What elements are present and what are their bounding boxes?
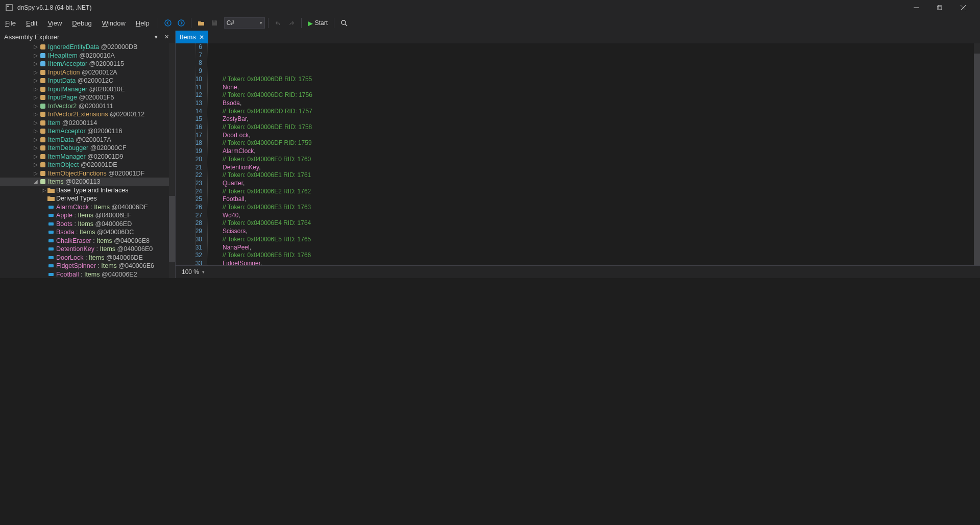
tree-item-football[interactable]: Football : Items @040006E2	[0, 270, 175, 278]
svg-rect-25	[40, 154, 45, 159]
nav-forward-button[interactable]	[175, 17, 187, 29]
tree-item-boots[interactable]: Boots : Items @040006ED	[0, 220, 175, 229]
language-dropdown[interactable]: C# ▾	[224, 17, 265, 29]
tree-item-iheapitem-t-[interactable]: ▷IHeapItem @0200010A	[0, 52, 175, 60]
nav-back-button[interactable]	[162, 17, 174, 29]
start-button[interactable]: ▶ Start	[305, 17, 331, 29]
tree-item-itemmanager[interactable]: ▷ItemManager @020001D9	[0, 153, 175, 161]
tree-expander[interactable]: ▷	[33, 60, 39, 68]
tree-expander[interactable]: ▷	[33, 161, 39, 169]
class-icon	[39, 61, 47, 67]
maximize-button[interactable]	[928, 0, 951, 15]
tree-item-label: Base Type and Interfaces	[56, 186, 129, 195]
zoom-dropdown[interactable]: 100 % ▾	[180, 266, 207, 278]
search-button[interactable]	[338, 17, 350, 29]
tree-expander[interactable]: ▷	[33, 43, 39, 52]
tree-item-inputaction[interactable]: ▷InputAction @0200012A	[0, 68, 175, 77]
tree-expander[interactable]: ▷	[33, 169, 39, 178]
tree-item-itemacceptor[interactable]: ▷ItemAcceptor @02000116	[0, 127, 175, 136]
save-button[interactable]	[208, 17, 220, 29]
tree-scrollbar[interactable]	[169, 43, 175, 278]
tab-close-icon[interactable]: ✕	[199, 34, 204, 41]
svg-rect-3	[937, 6, 941, 10]
tree-item-intvector2[interactable]: ▷IntVector2 @02000111	[0, 102, 175, 111]
tree-item-intvector2extensions[interactable]: ▷IntVector2Extensions @02000112	[0, 110, 175, 119]
gutter-line: 11	[176, 84, 202, 92]
tree-expander[interactable]: ◢	[33, 178, 39, 186]
svg-line-11	[345, 24, 347, 26]
tree-item-label: InputAction @0200012A	[48, 68, 117, 77]
tree-expander[interactable]: ▷	[33, 68, 39, 77]
tree-expander[interactable]: ▷	[41, 186, 47, 195]
menu-file[interactable]: File	[0, 16, 21, 30]
tab-items[interactable]: Items ✕	[176, 31, 208, 43]
tree-item-inputdata[interactable]: ▷InputData @0200012C	[0, 77, 175, 85]
undo-button[interactable]	[272, 17, 284, 29]
svg-rect-32	[48, 231, 54, 234]
tree-expander[interactable]: ▷	[33, 153, 39, 161]
close-button[interactable]	[951, 0, 975, 15]
menu-view[interactable]: View	[42, 16, 67, 30]
tree-item-derived-types[interactable]: Derived Types	[0, 194, 175, 203]
tree-item-iitemacceptor[interactable]: ▷IItemAcceptor @02000115	[0, 60, 175, 68]
gutter-line: 8	[176, 59, 202, 67]
code-comment-line: // Token: 0x040006DC RID: 1756	[223, 91, 980, 99]
menu-edit[interactable]: Edit	[21, 16, 42, 30]
tree-item-bsoda[interactable]: Bsoda : Items @040006DC	[0, 228, 175, 237]
tree-expander[interactable]: ▷	[33, 144, 39, 153]
tree-item-itemobjectfunctions[interactable]: ▷ItemObjectFunctions @020001DF	[0, 169, 175, 178]
code-editor[interactable]: 6789101112131415161718192021222324252627…	[176, 43, 980, 265]
svg-rect-18	[40, 95, 45, 100]
tree-item-label: Bsoda : Items @040006DC	[56, 228, 134, 237]
tree-item-fidgetspinner[interactable]: FidgetSpinner : Items @040006E6	[0, 262, 175, 270]
open-file-button[interactable]	[195, 17, 207, 29]
svg-rect-22	[40, 129, 45, 134]
tree-expander[interactable]: ▷	[33, 85, 39, 94]
panel-dropdown-button[interactable]: ▾	[152, 32, 161, 41]
editor-scrollbar[interactable]	[974, 43, 980, 265]
tree-item-apple[interactable]: Apple : Items @040006EF	[0, 211, 175, 220]
code-enum-value: None,	[223, 84, 980, 92]
svg-point-7	[165, 20, 171, 26]
tree-item-chalkeraser[interactable]: ChalkEraser : Items @040006E8	[0, 237, 175, 245]
language-value: C#	[227, 19, 234, 27]
menu-window[interactable]: Window	[97, 16, 131, 30]
minimize-button[interactable]	[904, 0, 928, 15]
class-icon	[39, 78, 47, 84]
tree-item-inputmanager[interactable]: ▷InputManager @0200010E	[0, 85, 175, 94]
tree-item-itemdebugger[interactable]: ▷ItemDebugger @020000CF	[0, 144, 175, 153]
code-enum-value: DoorLock,	[223, 132, 980, 140]
tree-expander[interactable]: ▷	[33, 52, 39, 60]
tree-item-detentionkey[interactable]: DetentionKey : Items @040006E0	[0, 245, 175, 254]
tree-expander[interactable]: ▷	[33, 102, 39, 111]
tree-item-alarmclock[interactable]: AlarmClock : Items @040006DF	[0, 203, 175, 212]
tree-item-label: InputData @0200012C	[48, 77, 113, 85]
tree-item-doorlock[interactable]: DoorLock : Items @040006DE	[0, 254, 175, 262]
tree-expander[interactable]: ▷	[33, 127, 39, 136]
tree-item-label: Apple : Items @040006EF	[56, 211, 131, 220]
tree-item-itemdata[interactable]: ▷ItemData @0200017A	[0, 136, 175, 144]
assembly-tree[interactable]: ▷IgnoredEntityData @020000DB▷IHeapItem @…	[0, 43, 175, 278]
tree-item-itemobject[interactable]: ▷ItemObject @020001DE	[0, 161, 175, 169]
tree-item-inputpage[interactable]: ▷InputPage @020001F5	[0, 93, 175, 102]
tree-item-items[interactable]: ◢Items @02000113	[0, 178, 175, 186]
panel-close-button[interactable]: ✕	[162, 32, 171, 41]
tree-expander[interactable]: ▷	[33, 93, 39, 102]
gutter-line: 30	[176, 236, 202, 244]
code-comment-line: // Token: 0x040006E2 RID: 1762	[223, 188, 980, 196]
tree-expander[interactable]: ▷	[33, 136, 39, 144]
tree-item-item[interactable]: ▷Item @02000114	[0, 119, 175, 128]
menu-help[interactable]: Help	[131, 16, 155, 30]
gutter-line: 33	[176, 260, 202, 265]
tree-item-base-type-and-interfaces[interactable]: ▷Base Type and Interfaces	[0, 186, 175, 195]
tree-item-label: ItemObjectFunctions @020001DF	[48, 169, 144, 178]
tree-item-label: DetentionKey : Items @040006E0	[56, 245, 153, 254]
tree-item-ignoredentitydata[interactable]: ▷IgnoredEntityData @020000DB	[0, 43, 175, 52]
menu-debug[interactable]: Debug	[67, 16, 96, 30]
tree-item-label: IntVector2Extensions @02000112	[48, 110, 144, 119]
tree-expander[interactable]: ▷	[33, 77, 39, 85]
code-body[interactable]: // Token: 0x040006DB RID: 1755None,// To…	[207, 43, 980, 265]
redo-button[interactable]	[285, 17, 298, 29]
tree-expander[interactable]: ▷	[33, 110, 39, 119]
tree-expander[interactable]: ▷	[33, 119, 39, 128]
